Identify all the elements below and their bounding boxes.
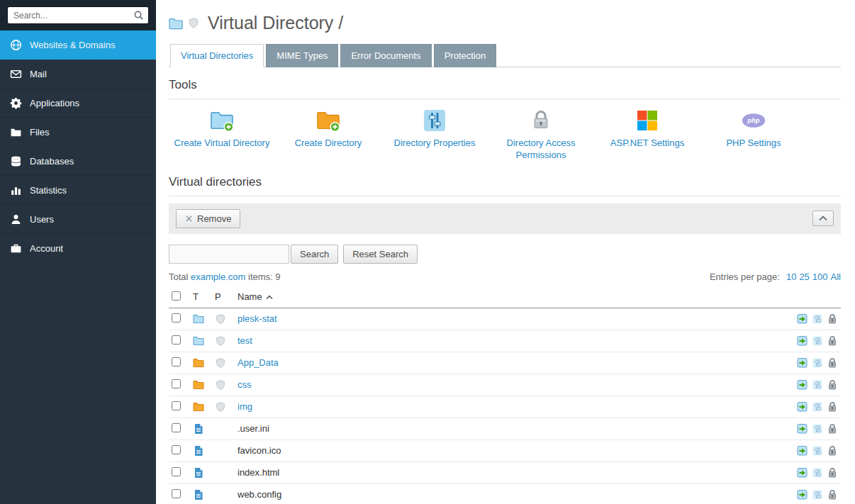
sidebar-item-applications[interactable]: Applications xyxy=(0,89,156,118)
sidebar-item-label: Websites & Domains xyxy=(30,40,115,50)
row-checkbox[interactable] xyxy=(172,313,181,323)
entry-name-link[interactable]: test xyxy=(238,335,252,346)
tab-mime-types[interactable]: MIME Types xyxy=(266,44,338,67)
domain-link[interactable]: example.com xyxy=(191,271,245,282)
chevron-up-icon xyxy=(819,215,827,221)
permissions-icon[interactable] xyxy=(827,357,838,369)
row-checkbox[interactable] xyxy=(172,357,181,366)
browse-icon[interactable] xyxy=(797,445,808,457)
browse-icon[interactable] xyxy=(797,379,808,391)
browse-icon[interactable] xyxy=(797,313,808,325)
folder-plus-orange-icon xyxy=(316,108,340,133)
row-checkbox[interactable] xyxy=(172,401,181,410)
permissions-icon[interactable] xyxy=(827,401,838,413)
mail-icon xyxy=(10,68,22,80)
entries-option-25[interactable]: 25 xyxy=(799,271,809,282)
collapse-button[interactable] xyxy=(812,211,834,226)
sidebar-item-users[interactable]: Users xyxy=(0,205,156,234)
tool-directory-access-permissions[interactable]: Directory Access Permissions xyxy=(488,108,594,162)
sidebar-item-websites-domains[interactable]: Websites & Domains xyxy=(0,30,156,60)
permissions-icon[interactable] xyxy=(827,423,838,435)
permissions-icon[interactable] xyxy=(827,467,838,478)
row-checkbox[interactable] xyxy=(172,379,181,388)
permissions-icon[interactable] xyxy=(827,489,838,500)
select-all-checkbox[interactable] xyxy=(172,291,181,301)
briefcase-icon xyxy=(10,242,22,254)
table-row: img xyxy=(169,396,841,418)
permissions-icon[interactable] xyxy=(827,445,838,457)
total-line: Total example.com items: 9 xyxy=(169,271,281,282)
properties-icon xyxy=(812,489,823,500)
page-title: Virtual Directory / xyxy=(208,13,343,33)
sidebar-item-label: Applications xyxy=(30,98,79,108)
entries-option-100[interactable]: 100 xyxy=(812,271,828,282)
app-window: Websites & DomainsMailApplicationsFilesD… xyxy=(0,0,855,504)
tool-create-virtual-directory[interactable]: Create Virtual Directory xyxy=(169,108,275,162)
row-checkbox[interactable] xyxy=(172,489,181,498)
tool-asp-net-settings[interactable]: ASP.NET Settings xyxy=(594,108,700,162)
shield-icon xyxy=(215,379,226,391)
sidebar-item-statistics[interactable]: Statistics xyxy=(0,176,156,205)
tool-php-settings[interactable]: phpPHP Settings xyxy=(700,108,807,162)
sidebar-search xyxy=(0,0,156,30)
properties-icon xyxy=(812,379,823,391)
sort-asc-icon xyxy=(266,291,273,296)
folder-blue-icon xyxy=(193,335,204,347)
search-icon[interactable] xyxy=(133,10,144,21)
table-row: favicon.ico xyxy=(169,439,841,461)
sidebar-item-label: Mail xyxy=(30,69,47,79)
table-row: index.html xyxy=(169,461,841,483)
sidebar-item-databases[interactable]: Databases xyxy=(0,147,156,176)
search-button[interactable]: Search xyxy=(291,245,338,264)
sidebar-item-account[interactable]: Account xyxy=(0,234,156,263)
entry-name-link[interactable]: plesk-stat xyxy=(238,313,277,324)
browse-icon[interactable] xyxy=(797,357,808,369)
filter-input[interactable] xyxy=(169,245,289,264)
row-checkbox[interactable] xyxy=(172,467,181,476)
sidebar-item-files[interactable]: Files xyxy=(0,118,156,147)
lock-icon xyxy=(529,108,553,133)
remove-button[interactable]: Remove xyxy=(176,209,240,228)
browse-icon[interactable] xyxy=(797,335,808,347)
row-checkbox[interactable] xyxy=(172,445,181,454)
entry-name-link[interactable]: img xyxy=(238,401,252,412)
total-items: items: 9 xyxy=(245,271,280,282)
permissions-icon[interactable] xyxy=(827,335,838,347)
search-input[interactable] xyxy=(7,6,149,24)
tool-create-directory[interactable]: Create Directory xyxy=(275,108,381,162)
tab-error-documents[interactable]: Error Documents xyxy=(340,44,431,67)
properties-icon xyxy=(812,313,823,325)
table-row: css xyxy=(169,374,841,396)
browse-icon[interactable] xyxy=(797,489,808,500)
permissions-icon[interactable] xyxy=(827,379,838,391)
sidebar-item-mail[interactable]: Mail xyxy=(0,60,156,89)
browse-icon[interactable] xyxy=(797,467,808,478)
tab-bar: Virtual DirectoriesMIME TypesError Docum… xyxy=(169,43,841,67)
permissions-icon[interactable] xyxy=(827,313,838,325)
entry-name: web.config xyxy=(238,489,281,500)
file-icon xyxy=(193,445,204,457)
database-icon xyxy=(10,155,22,167)
entries-option-10[interactable]: 10 xyxy=(786,271,796,282)
column-name[interactable]: Name xyxy=(235,288,776,308)
entry-name-link[interactable]: css xyxy=(238,379,252,390)
total-label: Total xyxy=(169,271,191,282)
browse-icon[interactable] xyxy=(797,401,808,413)
row-checkbox[interactable] xyxy=(172,335,181,345)
tab-virtual-directories[interactable]: Virtual Directories xyxy=(170,44,264,67)
browse-icon[interactable] xyxy=(797,423,808,435)
chart-icon xyxy=(10,184,22,196)
tab-protection[interactable]: Protection xyxy=(434,44,497,67)
entries-option-all[interactable]: All xyxy=(831,271,841,282)
row-checkbox[interactable] xyxy=(172,423,181,432)
column-protection: P xyxy=(212,288,235,308)
sidebar: Websites & DomainsMailApplicationsFilesD… xyxy=(0,0,156,504)
entry-name-link[interactable]: App_Data xyxy=(238,357,279,368)
gear-icon xyxy=(10,97,22,109)
tool-directory-properties[interactable]: Directory Properties xyxy=(381,108,488,162)
properties-icon xyxy=(812,357,823,369)
sidebar-item-label: Statistics xyxy=(30,185,67,196)
folder-orange-icon xyxy=(193,401,204,413)
reset-search-button[interactable]: Reset Search xyxy=(343,245,418,264)
sidebar-item-label: Account xyxy=(30,243,63,254)
